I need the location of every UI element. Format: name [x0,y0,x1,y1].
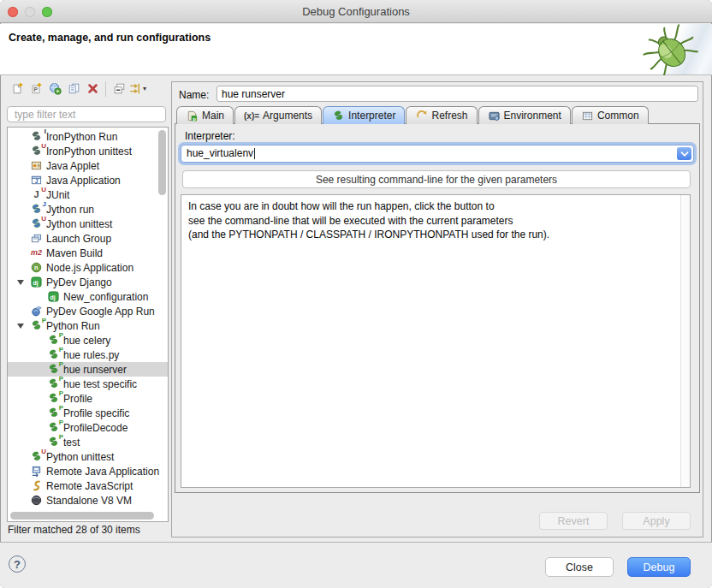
tree-item-label: hue rules.py [63,349,119,361]
info-text-area[interactable]: In case you are in doubt how will the ru… [181,194,691,488]
export-launch-configurations-button[interactable] [45,80,64,98]
tree-item-ironpython-unittest[interactable]: UIronPython unittest [8,144,168,158]
debug-button[interactable]: Debug [627,557,691,577]
tab-environment[interactable]: Environment [478,106,571,124]
tree-horizontal-scrollbar[interactable] [10,512,154,520]
tree-item-standalone-v8-vm[interactable]: Standalone V8 VM [8,493,168,508]
remote-java-application-icon [30,466,43,478]
tab-bar: pMain(x)=ArgumentsInterpreterRefreshEnvi… [176,105,650,124]
new-launch-configuration-button[interactable] [8,80,27,98]
tree-item-label: Standalone V8 VM [46,495,132,507]
revert-button[interactable]: Revert [539,512,608,530]
filter-launch-configurations-button[interactable]: ▾ [128,80,147,98]
tree-item-java-applet[interactable]: Java Applet [8,158,168,173]
tree-item-label: Profile [63,393,92,405]
jython-run-icon: J [30,204,43,216]
tree-item-label: PyDev Django [46,276,112,288]
tree-item-python-run[interactable]: PPython Run [8,318,168,333]
launch-configurations-toolbar: P▾ [8,80,147,98]
tree-item-label: New_configuration [63,291,148,303]
svg-text:n: n [34,264,39,271]
delete-launch-configuration-button[interactable] [83,80,102,98]
tab-interpreter[interactable]: Interpreter [323,106,405,124]
info-area-scrollbar [680,195,690,487]
tree-item-maven-build[interactable]: m2Maven Build [8,246,168,260]
tree-item-test[interactable]: Ptest [8,435,168,449]
arguments-icon: (x)= [244,111,259,121]
tree-vertical-scrollbar[interactable] [158,130,166,195]
tree-item-hue-rules-py[interactable]: Phue rules.py [8,347,168,362]
tree-item-jython-unittest[interactable]: UJython unittest [8,217,168,231]
tree-item-ironpython-run[interactable]: IIronPython Run [8,129,168,144]
python-run-icon: P [47,378,60,390]
java-application-icon: J [30,175,43,187]
tree-item-label: test [63,437,80,448]
python-run-icon: P [47,393,60,405]
tree-item-hue-celery[interactable]: Phue celery [8,333,168,347]
tab-arguments[interactable]: (x)=Arguments [234,106,322,124]
tree-item-hue-runserver[interactable]: Phue runserver [8,362,168,377]
launch-group-icon [30,233,43,245]
tree-item-label: Node.js Application [46,262,134,274]
tree-item-profile-specific[interactable]: PProfile specific [8,406,168,420]
tree-item-label: Profile specific [63,407,129,419]
interpreter-icon [332,110,345,122]
filter-status: Filter matched 28 of 30 items [8,524,140,536]
name-input[interactable] [217,86,698,102]
titlebar[interactable]: Debug Configurations [0,0,712,23]
tree-item-label: Java Applet [46,160,99,172]
refresh-icon [415,110,428,122]
apply-button[interactable]: Apply [622,512,691,530]
tree-item-node-js-application[interactable]: nNode.js Application [8,260,168,275]
ironpython-unittest-icon: U [30,146,43,157]
expand-triangle-icon[interactable] [17,324,24,329]
main-tab-icon: p [186,110,199,122]
java-applet-icon [30,160,43,172]
close-button[interactable]: Close [545,557,614,577]
tree-item-profile[interactable]: PProfile [8,391,168,406]
duplicate-icon [68,83,80,95]
tree-item-new-configuration[interactable]: djNew_configuration [8,289,168,304]
delete-icon [86,83,99,95]
interpreter-combo[interactable]: hue_virtualenv [181,145,694,163]
tab-common[interactable]: Common [572,106,649,124]
tree-item-launch-group[interactable]: Launch Group [8,231,168,246]
python-unittest-icon: U [30,451,43,463]
tree-item-remote-java-application[interactable]: Remote Java Application [8,464,168,478]
jython-unittest-icon: U [30,218,43,230]
python-run-icon: P [47,335,60,347]
dropdown-caret-icon: ▾ [143,85,146,92]
configuration-panel: Name: pMain(x)=ArgumentsInterpreterRefre… [171,81,703,538]
tree-item-remote-javascript[interactable]: Remote JavaScript [8,478,168,493]
tree-item-hue-test-specific[interactable]: Phue test specific [8,377,168,391]
tree-item-pydev-google-app-run[interactable]: PyDev Google App Run [8,304,168,318]
tree-item-label: Remote JavaScript [46,480,133,492]
tab-refresh[interactable]: Refresh [406,106,477,124]
python-run-icon: P [47,364,60,376]
python-run-icon: P [30,320,43,332]
nodejs-application-icon: n [30,262,43,274]
see-command-line-button[interactable]: See resulting command-line for the given… [182,170,691,188]
collapse-all-button[interactable] [110,80,128,98]
common-icon [581,110,594,122]
tree-item-label: JUnit [46,189,69,201]
tree-item-label: hue test specific [63,378,137,390]
new-launch-prototype-button[interactable]: P [27,80,45,98]
tree-item-pydev-django[interactable]: djPyDev Django [8,275,168,289]
expand-triangle-icon[interactable] [17,280,24,285]
tab-main[interactable]: pMain [176,106,234,124]
help-button[interactable]: ? [9,555,26,573]
duplicate-launch-configuration-button[interactable] [64,80,83,98]
combo-dropdown-button[interactable] [677,147,691,160]
filter-input[interactable] [7,106,166,122]
tab-label: Interpreter [348,110,395,122]
tree-item-python-unittest[interactable]: UPython unittest [8,449,168,464]
tree-item-label: ProfileDecode [63,422,128,434]
tree-item-junit[interactable]: JUJUnit [8,187,168,202]
tree-item-profiledecode[interactable]: PProfileDecode [8,420,168,435]
tree-item-java-application[interactable]: JJava Application [8,173,168,187]
python-run-icon: P [47,437,60,448]
pydev-google-app-run-icon [30,306,43,318]
tree-item-label: hue runserver [63,364,127,376]
tree-item-jython-run[interactable]: JJython run [8,202,168,217]
